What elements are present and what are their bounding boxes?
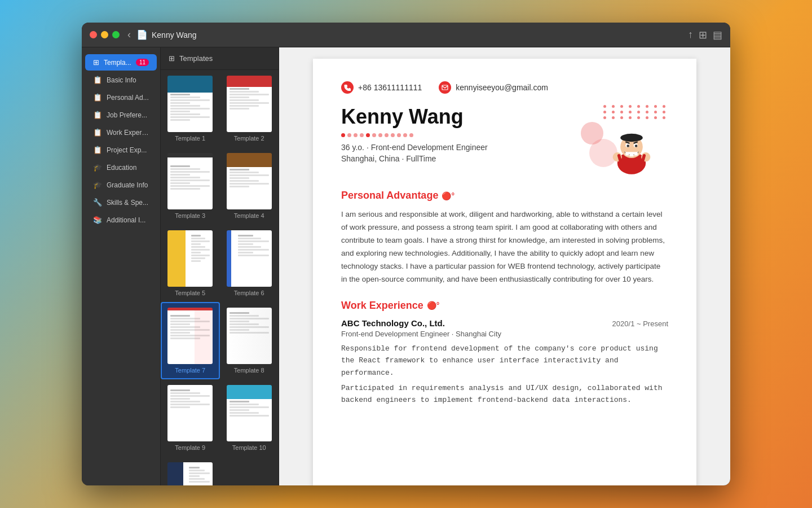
dot-12 <box>409 133 413 137</box>
sidebar-item-personal-ad-label: Personal Ad... <box>107 94 149 102</box>
sidebar-item-additional[interactable]: 📚 Additional I... <box>85 212 157 228</box>
resume-name-left: Kenny Wang <box>341 105 488 163</box>
resume-dots <box>341 133 488 137</box>
template-item-8[interactable]: Template 8 <box>220 302 279 379</box>
basic-info-icon: 📋 <box>93 76 102 84</box>
templates-icon: ⊞ <box>93 58 99 67</box>
template-thumb-5 <box>167 230 213 287</box>
dots-pattern <box>603 105 668 119</box>
template-panel-icon: ⊞ <box>169 54 175 63</box>
close-button[interactable] <box>90 31 97 38</box>
resume-age: 36 y.o. <box>341 143 364 152</box>
email-icon <box>439 81 451 94</box>
work-type: FullTime <box>406 154 436 163</box>
work-experience-icon: 🔴° <box>427 301 440 310</box>
resume-location: Shanghai, China · FullTime <box>341 154 488 163</box>
svg-rect-10 <box>625 152 629 155</box>
dot-5 <box>366 133 370 137</box>
template-item-7[interactable]: Template 7 <box>161 302 220 379</box>
sidebar-item-additional-label: Additional I... <box>107 216 145 224</box>
grid-view-button[interactable]: ⊞ <box>699 29 707 41</box>
work-experience-title-text: Work Experience <box>341 300 423 312</box>
template-item-9[interactable]: Template 9 <box>161 379 220 457</box>
template-label-9: Template 9 <box>175 444 205 451</box>
template-panel-title: Templates <box>179 54 213 63</box>
resume-avatar-area <box>578 105 668 178</box>
sidebar-item-templates[interactable]: ⊞ Templa... 11 <box>85 54 157 71</box>
template-item-10[interactable]: Template 10 <box>220 379 279 457</box>
nav-sidebar: ⊞ Templa... 11 📋 Basic Info 📋 Personal A… <box>82 47 161 485</box>
sidebar-item-job-prefer-label: Job Prefere... <box>107 111 147 119</box>
app-window: ‹ 📄 Kenny Wang ↑ ⊞ ▤ ⊞ Templa... 11 📋 Ba… <box>82 23 730 485</box>
template-panel: ⊞ Templates <box>161 47 279 485</box>
svg-point-6 <box>626 144 629 147</box>
sidebar-item-job-prefer[interactable]: 📋 Job Prefere... <box>85 107 157 123</box>
back-button[interactable]: ‹ <box>127 29 131 41</box>
template-thumb-11 <box>167 462 213 485</box>
template-thumb-9 <box>167 385 213 441</box>
template-item-4[interactable]: Template 4 <box>220 147 279 225</box>
resume-paper: +86 13611111111 kennyiseeyou@gmail.com <box>313 59 696 485</box>
resume-name-section: Kenny Wang <box>341 105 668 178</box>
template-item-2[interactable]: Template 2 <box>220 70 279 147</box>
template-item-3[interactable]: Template 3 <box>161 147 220 225</box>
personal-advantage-title-text: Personal Advantage <box>341 190 438 202</box>
avatar-character <box>606 128 657 178</box>
work-position-1: Front-end Development Engineer · Shangha… <box>341 330 668 338</box>
sidebar-item-basic-info-label: Basic Info <box>107 76 136 84</box>
window-title: Kenny Wang <box>152 30 688 40</box>
personal-advantage-text: I am serious and responsible at work, di… <box>341 208 668 286</box>
sidebar-item-education[interactable]: 🎓 Education <box>85 159 157 176</box>
dot-4 <box>360 133 364 137</box>
sidebar-item-basic-info[interactable]: 📋 Basic Info <box>85 72 157 88</box>
work-item-1: ABC Technology Co., Ltd. 2020/1 ~ Presen… <box>341 318 668 406</box>
work-desc-1: Responsible for frontend development of … <box>341 343 668 379</box>
work-experi-icon: 📋 <box>93 128 102 137</box>
titlebar-actions: ↑ ⊞ ▤ <box>688 29 722 41</box>
template-label-5: Template 5 <box>175 290 205 296</box>
sidebar-item-project-exp-label: Project Exp... <box>107 146 147 154</box>
dot-3 <box>354 133 358 137</box>
resume-content[interactable]: +86 13611111111 kennyiseeyou@gmail.com <box>279 47 730 485</box>
resume-subtitle: 36 y.o. · Front-end Development Engineer <box>341 143 488 152</box>
template-label-1: Template 1 <box>175 135 205 142</box>
minimize-button[interactable] <box>101 31 108 38</box>
dot-2 <box>347 133 351 137</box>
phone-contact: +86 13611111111 <box>341 81 422 94</box>
additional-icon: 📚 <box>93 216 102 224</box>
sidebar-item-templates-label: Templa... <box>104 59 131 67</box>
template-thumb-10 <box>227 385 272 441</box>
template-item-6[interactable]: Template 6 <box>220 225 279 302</box>
template-item-11[interactable]: Template 11 <box>161 457 220 485</box>
template-thumb-3 <box>167 153 213 209</box>
dot-11 <box>403 133 407 137</box>
sidebar-item-work-experi-label: Work Experi... <box>107 129 149 137</box>
share-button[interactable]: ↑ <box>688 29 693 41</box>
education-icon: 🎓 <box>93 163 102 172</box>
sidebar-item-work-experi[interactable]: 📋 Work Experi... <box>85 124 157 141</box>
maximize-button[interactable] <box>112 31 120 38</box>
template-item-1[interactable]: Template 1 <box>161 70 220 147</box>
svg-rect-12 <box>634 152 638 155</box>
email-contact: kennyiseeyou@gmail.com <box>439 81 548 94</box>
sidebar-item-project-exp[interactable]: 📋 Project Exp... <box>85 142 157 158</box>
sidebar-item-graduate-info[interactable]: 🎓 Graduate Info <box>85 177 157 193</box>
personal-ad-icon: 📋 <box>93 93 102 102</box>
sidebar-item-graduate-info-label: Graduate Info <box>107 181 148 189</box>
template-label-10: Template 10 <box>232 444 266 451</box>
sep1: · <box>367 143 371 152</box>
contact-row: +86 13611111111 kennyiseeyou@gmail.com <box>341 81 668 94</box>
template-item-5[interactable]: Template 5 <box>161 225 220 302</box>
sidebar-item-skills[interactable]: 🔧 Skills & Spe... <box>85 194 157 211</box>
template-label-6: Template 6 <box>234 290 264 296</box>
sidebar-item-personal-ad[interactable]: 📋 Personal Ad... <box>85 89 157 106</box>
traffic-lights <box>90 31 120 38</box>
email-address: kennyiseeyou@gmail.com <box>456 83 548 92</box>
template-thumb-4 <box>227 153 272 209</box>
main-area: ⊞ Templa... 11 📋 Basic Info 📋 Personal A… <box>82 47 730 485</box>
sidebar-toggle-button[interactable]: ▤ <box>713 29 722 41</box>
sidebar-item-education-label: Education <box>107 164 136 172</box>
template-thumb-8 <box>227 308 272 364</box>
sidebar-item-skills-label: Skills & Spe... <box>107 199 148 207</box>
template-thumb-1 <box>167 76 213 132</box>
